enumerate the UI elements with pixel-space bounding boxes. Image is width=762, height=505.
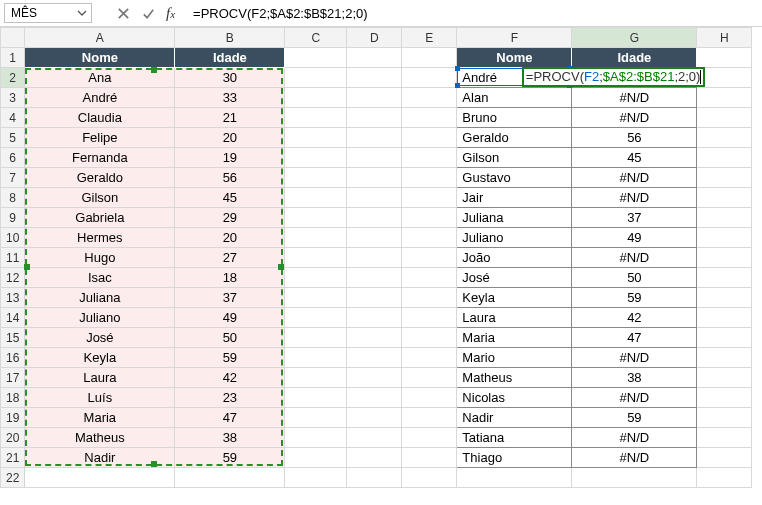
cell-B4[interactable]: 21: [175, 108, 285, 128]
cell-F18[interactable]: Nicolas: [457, 388, 572, 408]
fx-icon[interactable]: fx: [166, 5, 175, 22]
cell-H8[interactable]: [697, 188, 752, 208]
cell-G1[interactable]: Idade: [572, 48, 697, 68]
col-C[interactable]: C: [285, 28, 347, 48]
cell-F11[interactable]: João: [457, 248, 572, 268]
cell-A18[interactable]: Luís: [25, 388, 175, 408]
cell-A15[interactable]: José: [25, 328, 175, 348]
cell-B15[interactable]: 50: [175, 328, 285, 348]
cell-C15[interactable]: [285, 328, 347, 348]
cell-B16[interactable]: 59: [175, 348, 285, 368]
cell-D3[interactable]: [347, 88, 402, 108]
cell-D8[interactable]: [347, 188, 402, 208]
row-14[interactable]: 14: [1, 308, 25, 328]
cell-A16[interactable]: Keyla: [25, 348, 175, 368]
name-box[interactable]: MÊS: [4, 3, 92, 23]
cell-E13[interactable]: [402, 288, 457, 308]
row-1[interactable]: 1: [1, 48, 25, 68]
cell-B22[interactable]: [175, 468, 285, 488]
cell-C8[interactable]: [285, 188, 347, 208]
cell-E4[interactable]: [402, 108, 457, 128]
cell-G8[interactable]: #N/D: [572, 188, 697, 208]
col-A[interactable]: A: [25, 28, 175, 48]
cell-E12[interactable]: [402, 268, 457, 288]
chevron-down-icon[interactable]: [76, 7, 88, 19]
cell-C10[interactable]: [285, 228, 347, 248]
cell-D10[interactable]: [347, 228, 402, 248]
row-7[interactable]: 7: [1, 168, 25, 188]
cell-D7[interactable]: [347, 168, 402, 188]
cell-D20[interactable]: [347, 428, 402, 448]
cell-B7[interactable]: 56: [175, 168, 285, 188]
cell-B11[interactable]: 27: [175, 248, 285, 268]
cell-H19[interactable]: [697, 408, 752, 428]
cell-D16[interactable]: [347, 348, 402, 368]
row-4[interactable]: 4: [1, 108, 25, 128]
cell-A12[interactable]: Isac: [25, 268, 175, 288]
cell-C2[interactable]: [285, 68, 347, 88]
col-G[interactable]: G: [572, 28, 697, 48]
cell-G21[interactable]: #N/D: [572, 448, 697, 468]
cell-D6[interactable]: [347, 148, 402, 168]
cell-H5[interactable]: [697, 128, 752, 148]
cell-B21[interactable]: 59: [175, 448, 285, 468]
cell-F4[interactable]: Bruno: [457, 108, 572, 128]
cell-D4[interactable]: [347, 108, 402, 128]
cell-A3[interactable]: André: [25, 88, 175, 108]
cell-A13[interactable]: Juliana: [25, 288, 175, 308]
cell-G3[interactable]: #N/D: [572, 88, 697, 108]
cell-G20[interactable]: #N/D: [572, 428, 697, 448]
row-9[interactable]: 9: [1, 208, 25, 228]
cell-F10[interactable]: Juliano: [457, 228, 572, 248]
cell-A9[interactable]: Gabriela: [25, 208, 175, 228]
cell-H22[interactable]: [697, 468, 752, 488]
cell-H15[interactable]: [697, 328, 752, 348]
cell-A21[interactable]: Nadir: [25, 448, 175, 468]
cell-F14[interactable]: Laura: [457, 308, 572, 328]
cell-B3[interactable]: 33: [175, 88, 285, 108]
cell-G15[interactable]: 47: [572, 328, 697, 348]
cell-A11[interactable]: Hugo: [25, 248, 175, 268]
cell-B1[interactable]: Idade: [175, 48, 285, 68]
cell-D11[interactable]: [347, 248, 402, 268]
cell-H7[interactable]: [697, 168, 752, 188]
enter-icon[interactable]: [141, 6, 156, 21]
cell-G17[interactable]: 38: [572, 368, 697, 388]
cell-E6[interactable]: [402, 148, 457, 168]
cell-F8[interactable]: Jair: [457, 188, 572, 208]
cell-E18[interactable]: [402, 388, 457, 408]
cell-E19[interactable]: [402, 408, 457, 428]
cell-C14[interactable]: [285, 308, 347, 328]
cell-B9[interactable]: 29: [175, 208, 285, 228]
cell-F17[interactable]: Matheus: [457, 368, 572, 388]
cell-C16[interactable]: [285, 348, 347, 368]
cell-G13[interactable]: 59: [572, 288, 697, 308]
cell-B13[interactable]: 37: [175, 288, 285, 308]
cell-C4[interactable]: [285, 108, 347, 128]
cell-B6[interactable]: 19: [175, 148, 285, 168]
cell-D22[interactable]: [347, 468, 402, 488]
cell-F20[interactable]: Tatiana: [457, 428, 572, 448]
cell-A20[interactable]: Matheus: [25, 428, 175, 448]
cell-A17[interactable]: Laura: [25, 368, 175, 388]
cell-G7[interactable]: #N/D: [572, 168, 697, 188]
cell-H20[interactable]: [697, 428, 752, 448]
cell-A5[interactable]: Felipe: [25, 128, 175, 148]
cell-H14[interactable]: [697, 308, 752, 328]
formula-input[interactable]: [185, 3, 758, 23]
cell-F12[interactable]: José: [457, 268, 572, 288]
row-5[interactable]: 5: [1, 128, 25, 148]
row-20[interactable]: 20: [1, 428, 25, 448]
cell-H16[interactable]: [697, 348, 752, 368]
cell-A4[interactable]: Claudia: [25, 108, 175, 128]
cell-C9[interactable]: [285, 208, 347, 228]
cell-D21[interactable]: [347, 448, 402, 468]
cell-H17[interactable]: [697, 368, 752, 388]
cell-B12[interactable]: 18: [175, 268, 285, 288]
cell-D17[interactable]: [347, 368, 402, 388]
cell-C1[interactable]: [285, 48, 347, 68]
cell-F9[interactable]: Juliana: [457, 208, 572, 228]
cell-F15[interactable]: Maria: [457, 328, 572, 348]
cell-D19[interactable]: [347, 408, 402, 428]
cell-E3[interactable]: [402, 88, 457, 108]
